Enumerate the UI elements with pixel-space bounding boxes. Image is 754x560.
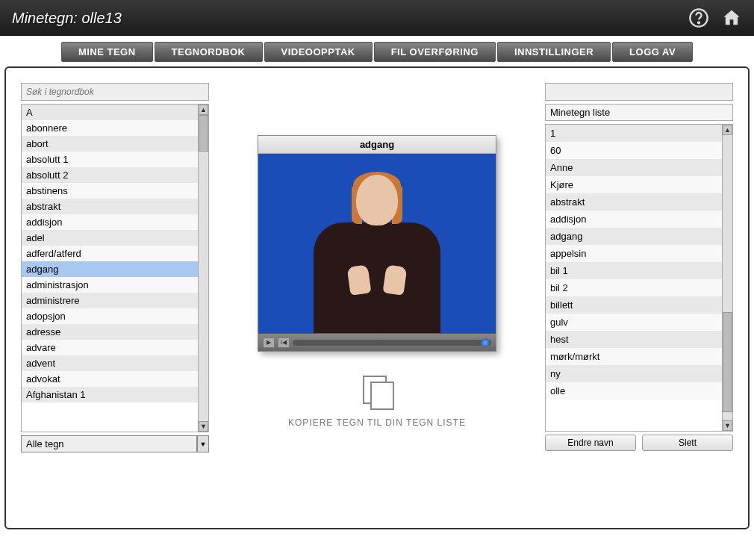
- word-item[interactable]: abstrakt: [22, 199, 198, 214]
- right-scrollbar[interactable]: ▲ ▼: [722, 125, 732, 431]
- filter-select-value[interactable]: Alle tegn: [21, 435, 197, 452]
- list-item[interactable]: addisjon: [546, 211, 722, 228]
- copy-section: KOPIERE TEGN TIL DIN TEGN LISTE: [288, 374, 466, 428]
- scroll-up-icon[interactable]: ▲: [723, 125, 732, 135]
- word-item[interactable]: absolutt 2: [22, 167, 198, 183]
- svg-point-1: [698, 22, 700, 23]
- word-item[interactable]: A: [22, 105, 198, 120]
- word-item[interactable]: adgang: [22, 261, 198, 277]
- word-item[interactable]: advent: [22, 355, 198, 371]
- header-icons: [688, 7, 742, 28]
- scroll-thumb[interactable]: [723, 312, 732, 412]
- list-item[interactable]: abstrakt: [546, 193, 722, 211]
- content-inner: Aabonnereabortabsolutt 1absolutt 2abstin…: [12, 74, 742, 522]
- right-list-header: Minetegn liste: [545, 104, 733, 121]
- right-title-bar: [545, 83, 733, 101]
- left-panel: Aabonnereabortabsolutt 1absolutt 2abstin…: [21, 83, 209, 513]
- video-box: adgang ▶ I◀: [258, 135, 496, 352]
- word-item[interactable]: administrere: [22, 293, 198, 308]
- list-item[interactable]: bil 2: [546, 279, 722, 296]
- list-item[interactable]: billett: [546, 296, 722, 314]
- video-controls: ▶ I◀: [258, 333, 496, 351]
- tab-videoopptak[interactable]: VIDEOOPPTAK: [264, 42, 373, 62]
- scroll-down-icon[interactable]: ▼: [199, 421, 208, 432]
- header-bar: Minetegn: olle13: [0, 0, 754, 36]
- word-item[interactable]: addisjon: [22, 214, 198, 230]
- right-buttons: Endre navn Slett: [545, 435, 733, 451]
- word-list[interactable]: Aabonnereabortabsolutt 1absolutt 2abstin…: [22, 105, 198, 432]
- copy-icon[interactable]: [360, 374, 394, 408]
- list-item[interactable]: 60: [546, 142, 722, 159]
- filter-select[interactable]: Alle tegn ▼: [21, 435, 209, 452]
- word-item[interactable]: adopsjon: [22, 308, 198, 324]
- search-input[interactable]: [21, 83, 209, 101]
- copy-label: KOPIERE TEGN TIL DIN TEGN LISTE: [288, 417, 466, 428]
- video-area[interactable]: [258, 154, 496, 333]
- tab-fil-overforing[interactable]: FIL OVERFØRING: [374, 42, 496, 62]
- word-item[interactable]: adresse: [22, 324, 198, 340]
- list-item[interactable]: adgang: [546, 228, 722, 245]
- scroll-up-icon[interactable]: ▲: [199, 105, 208, 115]
- right-list-container: 160AnneKjøreabstraktaddisjonadgangappels…: [545, 124, 733, 432]
- word-item[interactable]: advokat: [22, 371, 198, 387]
- video-seek-bar[interactable]: [293, 340, 491, 346]
- list-item[interactable]: mørk/mørkt: [546, 348, 722, 365]
- list-item[interactable]: appelsin: [546, 245, 722, 262]
- tab-tegnordbok[interactable]: TEGNORDBOK: [155, 42, 263, 62]
- scroll-track[interactable]: [723, 135, 732, 420]
- list-item[interactable]: Kjøre: [546, 176, 722, 193]
- home-icon[interactable]: [721, 7, 742, 28]
- list-item[interactable]: gulv: [546, 314, 722, 331]
- right-list[interactable]: 160AnneKjøreabstraktaddisjonadgangappels…: [546, 125, 722, 431]
- scroll-track[interactable]: [199, 115, 208, 421]
- delete-button[interactable]: Slett: [642, 435, 733, 451]
- word-item[interactable]: adel: [22, 230, 198, 246]
- help-icon[interactable]: [688, 7, 709, 28]
- list-item[interactable]: olle: [546, 382, 722, 399]
- app-title: Minetegn: olle13: [12, 10, 122, 27]
- right-panel: Minetegn liste 160AnneKjøreabstraktaddis…: [545, 83, 733, 513]
- word-item[interactable]: Afghanistan 1: [22, 387, 198, 402]
- scroll-thumb[interactable]: [199, 115, 208, 152]
- list-item[interactable]: Anne: [546, 159, 722, 176]
- video-title: adgang: [258, 136, 496, 154]
- word-item[interactable]: abstinens: [22, 183, 198, 199]
- content-frame: Aabonnereabortabsolutt 1absolutt 2abstin…: [4, 66, 750, 529]
- word-item[interactable]: abonnere: [22, 120, 198, 136]
- list-item[interactable]: 1: [546, 125, 722, 142]
- word-item[interactable]: absolutt 1: [22, 152, 198, 167]
- rename-button[interactable]: Endre navn: [545, 435, 636, 451]
- scroll-down-icon[interactable]: ▼: [723, 420, 732, 431]
- list-item[interactable]: bil 1: [546, 262, 722, 279]
- tab-logg-av[interactable]: LOGG AV: [612, 42, 693, 62]
- skip-back-icon[interactable]: I◀: [278, 337, 290, 348]
- tab-innstillinger[interactable]: INNSTILLINGER: [497, 42, 611, 62]
- play-icon[interactable]: ▶: [263, 337, 275, 348]
- tab-mine-tegn[interactable]: MINE TEGN: [61, 42, 153, 62]
- list-item[interactable]: ny: [546, 365, 722, 382]
- word-list-container: Aabonnereabortabsolutt 1absolutt 2abstin…: [21, 104, 209, 432]
- list-item[interactable]: hest: [546, 331, 722, 348]
- nav-wrapper: MINE TEGN TEGNORDBOK VIDEOOPPTAK FIL OVE…: [0, 36, 754, 62]
- word-item[interactable]: administrasjon: [22, 277, 198, 293]
- nav-tabs: MINE TEGN TEGNORDBOK VIDEOOPPTAK FIL OVE…: [61, 42, 693, 62]
- word-item[interactable]: abort: [22, 136, 198, 152]
- center-panel: adgang ▶ I◀ KOP: [216, 83, 538, 513]
- chevron-down-icon[interactable]: ▼: [197, 435, 209, 452]
- word-list-scrollbar[interactable]: ▲ ▼: [198, 105, 208, 432]
- word-item[interactable]: adferd/atferd: [22, 246, 198, 261]
- word-item[interactable]: advare: [22, 340, 198, 355]
- sign-person: [302, 169, 452, 333]
